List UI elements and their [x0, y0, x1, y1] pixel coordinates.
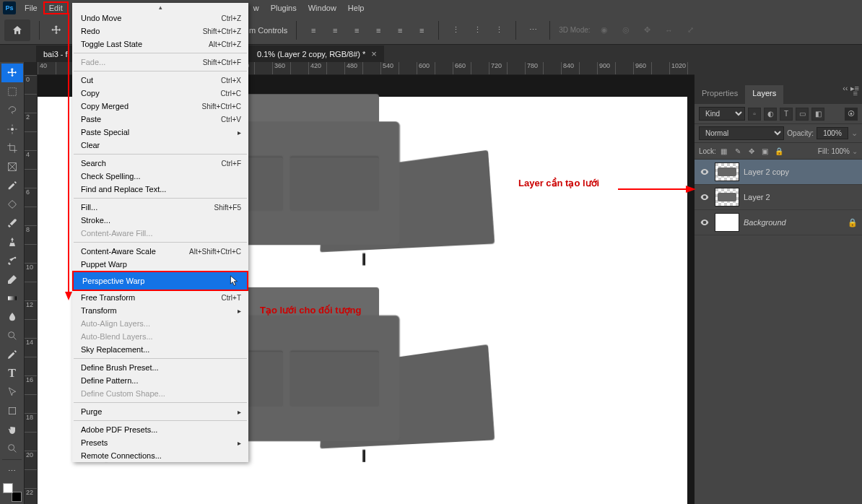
layer-name[interactable]: Layer 2: [744, 193, 858, 201]
tab-close-icon[interactable]: ×: [371, 48, 377, 59]
shape-tool[interactable]: [1, 401, 23, 420]
zoom-tool[interactable]: [1, 439, 23, 458]
menu-item-perspective-warp[interactable]: Perspective Warp: [72, 271, 248, 291]
edit-toolbar-icon[interactable]: ⋯: [1, 461, 23, 480]
menu-item-stroke-[interactable]: Stroke...: [72, 214, 248, 227]
brush-tool[interactable]: [1, 214, 23, 233]
menu-item-paste-special[interactable]: Paste Special: [72, 126, 248, 139]
menu-item-find-and-replace-text-[interactable]: Find and Replace Text...: [72, 183, 248, 196]
right-panels: ‹‹ ▸≡ Properties Layers ≡ Kind ▫ ◐ T ▭ ◧…: [695, 85, 862, 504]
frame-tool[interactable]: [1, 157, 23, 176]
filter-toggle[interactable]: ⦿: [845, 108, 858, 121]
align-bottom-icon[interactable]: ≡: [414, 22, 430, 38]
menu-item-clear[interactable]: Clear: [72, 139, 248, 152]
distribute-h-icon[interactable]: ⋮: [448, 22, 463, 38]
menu-item-undo-move[interactable]: Undo MoveCtrl+Z: [72, 12, 248, 25]
layer-thumbnail[interactable]: [715, 162, 739, 181]
lock-pixels-icon[interactable]: ✎: [732, 145, 744, 157]
foreground-background-colors[interactable]: [3, 483, 22, 502]
layer-row[interactable]: Layer 2 copy: [695, 160, 862, 185]
layer-name[interactable]: Background: [744, 218, 843, 227]
align-middle-icon[interactable]: ≡: [392, 22, 408, 38]
menu-item-search[interactable]: SearchCtrl+F: [72, 157, 248, 170]
menu-item-adobe-pdf-presets-[interactable]: Adobe PDF Presets...: [72, 423, 248, 436]
opacity-value[interactable]: 100%: [817, 127, 848, 139]
blur-tool[interactable]: [1, 308, 23, 326]
eraser-tool[interactable]: [1, 270, 23, 289]
type-tool[interactable]: T: [1, 364, 23, 383]
marquee-tool[interactable]: [1, 82, 23, 101]
menu-item-toggle-last-state[interactable]: Toggle Last StateAlt+Ctrl+Z: [72, 38, 248, 51]
menu-item-sky-replacement-[interactable]: Sky Replacement...: [72, 343, 248, 356]
filter-adjust-icon[interactable]: ◐: [764, 108, 777, 121]
fill-value[interactable]: 100%: [831, 147, 850, 155]
menu-item-define-pattern-[interactable]: Define Pattern...: [72, 374, 248, 387]
menu-item-copy[interactable]: CopyCtrl+C: [72, 87, 248, 100]
blend-mode-select[interactable]: Normal: [699, 126, 784, 140]
pen-tool[interactable]: [1, 345, 23, 364]
layer-thumbnail[interactable]: [715, 188, 739, 207]
filter-type-icon[interactable]: T: [780, 108, 793, 121]
visibility-icon[interactable]: [699, 166, 710, 178]
visibility-icon[interactable]: [699, 217, 710, 228]
distribute-3-icon[interactable]: ⋮: [491, 22, 507, 38]
layer-kind-select[interactable]: Kind: [699, 107, 745, 121]
home-button[interactable]: [4, 19, 30, 41]
lock-all-icon[interactable]: 🔒: [773, 145, 785, 157]
menu-item-cut[interactable]: CutCtrl+X: [72, 74, 248, 87]
layer-thumbnail[interactable]: [715, 213, 739, 232]
align-center-h-icon[interactable]: ≡: [327, 22, 343, 38]
crop-tool[interactable]: [1, 139, 23, 157]
menu-file[interactable]: File: [19, 1, 43, 14]
menu-truncated[interactable]: w: [248, 1, 265, 14]
healing-tool[interactable]: [1, 195, 23, 214]
align-left-icon[interactable]: ≡: [305, 22, 321, 38]
filter-pixel-icon[interactable]: ▫: [748, 108, 761, 121]
distribute-v-icon[interactable]: ⋮: [469, 22, 485, 38]
clone-tool[interactable]: [1, 233, 23, 251]
menu-item-content-aware-scale[interactable]: Content-Aware ScaleAlt+Shift+Ctrl+C: [72, 245, 248, 258]
menu-item-define-brush-preset-[interactable]: Define Brush Preset...: [72, 361, 248, 374]
align-right-icon[interactable]: ≡: [349, 22, 365, 38]
menu-item-free-transform[interactable]: Free TransformCtrl+T: [72, 291, 248, 304]
layers-tab[interactable]: Layers: [745, 85, 783, 104]
lock-position-icon[interactable]: ✥: [746, 145, 757, 157]
menu-item-copy-merged[interactable]: Copy MergedShift+Ctrl+C: [72, 100, 248, 113]
menu-item-puppet-warp[interactable]: Puppet Warp: [72, 258, 248, 271]
menu-item-redo[interactable]: RedoShift+Ctrl+Z: [72, 25, 248, 38]
gradient-tool[interactable]: [1, 289, 23, 308]
filter-shape-icon[interactable]: ▭: [796, 108, 809, 121]
panel-collapse-icons[interactable]: ‹‹ ▸≡: [843, 84, 859, 93]
properties-tab[interactable]: Properties: [695, 85, 745, 104]
lasso-tool[interactable]: [1, 101, 23, 120]
lock-transparency-icon[interactable]: ▦: [718, 145, 730, 157]
annotation-layer-need: Layer cần tạo lưới: [518, 178, 599, 188]
eyedropper-tool[interactable]: [1, 176, 23, 195]
more-options-icon[interactable]: ⋯: [525, 22, 541, 38]
menu-window[interactable]: Window: [302, 1, 342, 14]
layer-name[interactable]: Layer 2 copy: [744, 168, 858, 176]
menu-item-purge[interactable]: Purge: [72, 405, 248, 418]
path-select-tool[interactable]: [1, 383, 23, 401]
menu-plugins[interactable]: Plugins: [265, 1, 302, 14]
menu-item-auto-align-layers-: Auto-Align Layers...: [72, 317, 248, 330]
layer-row[interactable]: Background🔒: [695, 210, 862, 235]
visibility-icon[interactable]: [699, 191, 710, 203]
layer-row[interactable]: Layer 2: [695, 185, 862, 210]
menu-item-transform[interactable]: Transform: [72, 304, 248, 317]
filter-smart-icon[interactable]: ◧: [811, 108, 824, 121]
history-brush-tool[interactable]: [1, 251, 23, 270]
hand-tool[interactable]: [1, 420, 23, 439]
svg-rect-5: [8, 296, 17, 300]
quick-select-tool[interactable]: [1, 120, 23, 139]
menu-item-check-spelling-[interactable]: Check Spelling...: [72, 170, 248, 183]
menu-item-presets[interactable]: Presets: [72, 436, 248, 449]
lock-artboard-icon[interactable]: ▣: [759, 145, 771, 157]
dodge-tool[interactable]: [1, 326, 23, 345]
menu-item-paste[interactable]: PasteCtrl+V: [72, 113, 248, 126]
align-top-icon[interactable]: ≡: [370, 22, 386, 38]
move-tool[interactable]: [1, 64, 23, 82]
menu-item-fill-[interactable]: Fill...Shift+F5: [72, 201, 248, 214]
menu-help[interactable]: Help: [342, 1, 370, 14]
menu-item-remote-connections-[interactable]: Remote Connections...: [72, 449, 248, 462]
